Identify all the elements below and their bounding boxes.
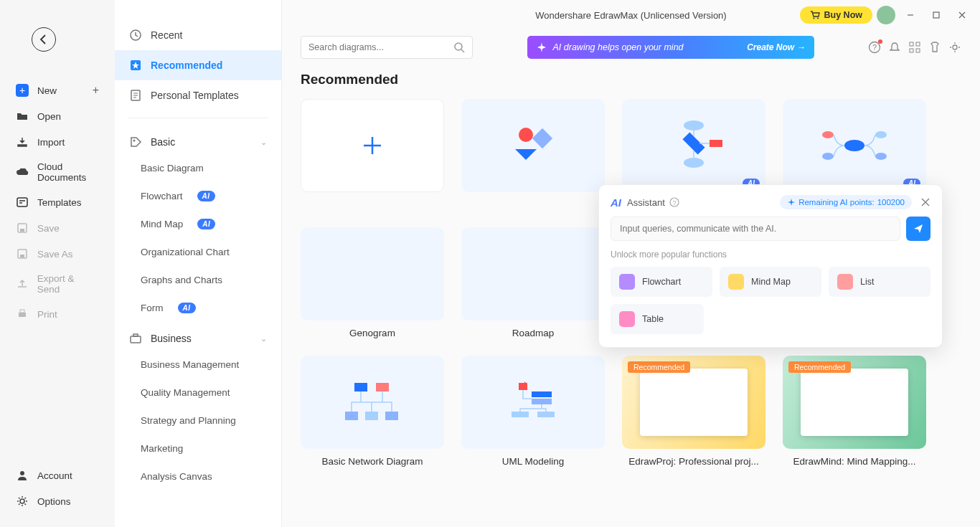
briefcase-icon	[129, 332, 142, 345]
card-edrawmind-label: EdrawMind: Mind Mapping...	[783, 456, 926, 467]
avatar[interactable]	[877, 6, 895, 24]
business-management-label: Business Management	[141, 359, 239, 370]
mindmap-item[interactable]: Mind MapAI	[115, 210, 281, 238]
bell-icon[interactable]	[888, 41, 901, 54]
card-roadmap[interactable]: Roadmap	[461, 227, 605, 338]
basic-diagram-label: Basic Diagram	[141, 163, 204, 174]
quality-management-label: Quality Management	[141, 387, 230, 398]
saveas-menu-item[interactable]: Save As	[0, 241, 115, 267]
marketing-item[interactable]: Marketing	[115, 435, 281, 462]
ai-input[interactable]	[611, 217, 900, 241]
save-menu-item[interactable]: Save	[0, 215, 115, 241]
orgchart-item[interactable]: Organizational Chart	[115, 238, 281, 266]
svg-point-18	[455, 43, 462, 50]
personal-templates-item[interactable]: Personal Templates	[115, 80, 281, 110]
export-menu-item[interactable]: Export & Send	[0, 267, 115, 301]
recommended-item[interactable]: Recommended	[115, 50, 281, 80]
flowchart-item[interactable]: FlowchartAI	[115, 182, 281, 210]
help-icon[interactable]: ?	[868, 41, 881, 54]
func-list[interactable]: List	[829, 267, 930, 297]
ai-badge: AI	[178, 303, 196, 313]
open-menu-item[interactable]: Open	[0, 103, 115, 129]
buy-now-button[interactable]: Buy Now	[800, 6, 872, 24]
ai-banner[interactable]: AI drawing helps open your mind Create N…	[527, 36, 814, 59]
func-flowchart[interactable]: Flowchart	[611, 267, 712, 297]
new-menu-item[interactable]: +New +	[0, 77, 115, 103]
ai-function-row: Flowchart Mind Map List Table	[611, 267, 930, 334]
business-section[interactable]: Business ⌄	[115, 322, 281, 351]
card-shapes[interactable]: .	[461, 99, 605, 210]
print-menu-item[interactable]: Print	[0, 301, 115, 327]
cloud-menu-item[interactable]: Cloud Documents	[0, 155, 115, 189]
quality-management-item[interactable]: Quality Management	[115, 379, 281, 407]
mindmap-label: Mind Map	[141, 219, 183, 229]
account-icon	[16, 469, 29, 482]
svg-point-15	[813, 18, 814, 19]
card-genogram[interactable]: Genogram	[301, 227, 444, 338]
func-mindmap[interactable]: Mind Map	[720, 267, 821, 297]
flowchart-label: Flowchart	[141, 191, 183, 201]
ai-badge: AI	[197, 191, 215, 201]
import-menu-item[interactable]: Import	[0, 129, 115, 155]
star-icon	[129, 59, 142, 72]
account-menu-item[interactable]: Account	[0, 462, 115, 488]
mindmap-icon	[728, 274, 744, 290]
options-menu-item[interactable]: Options	[0, 488, 115, 514]
func-flowchart-label: Flowchart	[642, 277, 681, 287]
file-menu: +New + Open Import Cloud Documents Templ…	[0, 77, 115, 327]
svg-rect-54	[512, 412, 529, 417]
form-item[interactable]: FormAI	[115, 294, 281, 322]
card-network-label: Basic Network Diagram	[301, 456, 444, 467]
search-box[interactable]	[301, 36, 473, 59]
svg-point-31	[684, 158, 704, 168]
templates-menu-item[interactable]: Templates	[0, 189, 115, 215]
ai-send-button[interactable]	[906, 217, 930, 241]
close-button[interactable]	[951, 4, 973, 26]
recent-item[interactable]: Recent	[115, 20, 281, 50]
svg-rect-13	[131, 336, 141, 343]
business-management-item[interactable]: Business Management	[115, 351, 281, 379]
back-button[interactable]	[32, 27, 56, 52]
ai-badge: AI	[197, 219, 215, 229]
apps-icon[interactable]	[908, 41, 921, 54]
card-edrawmind[interactable]: RecommendedEdrawMind: Mind Mapping...	[783, 356, 926, 467]
personal-label: Personal Templates	[151, 90, 239, 101]
search-input[interactable]	[308, 42, 453, 52]
card-edrawproj[interactable]: RecommendedEdrawProj: Professional proj.…	[622, 356, 765, 467]
svg-rect-47	[354, 383, 367, 391]
svg-rect-50	[345, 412, 358, 420]
list-icon	[837, 274, 853, 290]
svg-point-7	[20, 471, 24, 475]
help-icon[interactable]: ?	[669, 197, 679, 207]
top-bar: AI drawing helps open your mind Create N…	[282, 30, 980, 65]
assistant-close-button[interactable]	[920, 197, 930, 207]
svg-rect-14	[133, 334, 138, 336]
add-new-icon[interactable]: +	[93, 84, 99, 97]
basic-section[interactable]: Basic ⌄	[115, 125, 281, 154]
strategy-planning-item[interactable]: Strategy and Planning	[115, 407, 281, 435]
saveas-icon	[16, 247, 29, 260]
basic-diagram-item[interactable]: Basic Diagram	[115, 154, 281, 182]
card-uml[interactable]: UML Modeling	[461, 356, 605, 467]
tshirt-icon[interactable]	[928, 41, 941, 54]
func-table[interactable]: Table	[611, 304, 704, 334]
search-icon	[453, 42, 465, 53]
svg-point-25	[953, 45, 957, 49]
minimize-button[interactable]	[900, 4, 921, 26]
sparkle-icon	[536, 42, 547, 53]
save-label: Save	[37, 223, 60, 234]
options-label: Options	[37, 496, 71, 507]
card-blank[interactable]: Blank Drawing	[301, 99, 444, 210]
card-network[interactable]: Basic Network Diagram	[301, 356, 444, 467]
graphs-item[interactable]: Graphs and Charts	[115, 266, 281, 294]
maximize-button[interactable]	[925, 4, 947, 26]
analysis-canvas-item[interactable]: Analysis Canvas	[115, 462, 281, 490]
svg-rect-4	[20, 255, 24, 257]
settings-icon[interactable]	[948, 41, 961, 54]
ai-assistant-panel: AI Assistant ? Remaining AI points: 1002…	[598, 184, 943, 348]
main-area: Wondershare EdrawMax (Unlicensed Version…	[282, 0, 980, 527]
func-list-label: List	[860, 277, 874, 287]
card-edrawproj-label: EdrawProj: Professional proj...	[622, 456, 765, 467]
ai-points-chip[interactable]: Remaining AI points: 100200	[780, 195, 912, 209]
clock-icon	[129, 29, 142, 42]
